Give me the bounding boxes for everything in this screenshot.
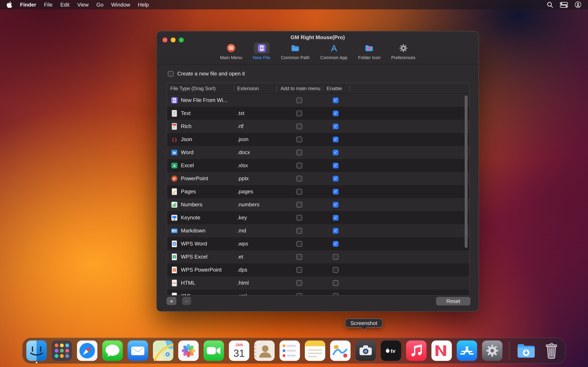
dock-item-mail[interactable]	[128, 341, 148, 361]
tab-common-path[interactable]: Common Path	[278, 42, 313, 60]
tab-preferences[interactable]: Preferences	[388, 42, 419, 60]
control-center-icon[interactable]	[560, 2, 568, 8]
enable-checkbox[interactable]	[333, 267, 338, 273]
menu-item-go[interactable]: Go	[96, 2, 104, 8]
dock-item-contacts[interactable]	[254, 341, 275, 361]
dock-item-finder[interactable]	[26, 341, 47, 361]
dock-item-facetime[interactable]	[204, 341, 224, 361]
dock-item-launchpad[interactable]	[52, 341, 72, 361]
enable-checkbox[interactable]	[333, 280, 338, 286]
dock-item-settings[interactable]	[482, 341, 502, 361]
file-type-name: WPS Excel	[181, 250, 208, 263]
dock-divider	[509, 341, 509, 360]
table-row[interactable]: Keynote.key✓	[167, 211, 469, 224]
add-to-main-menu-checkbox[interactable]	[296, 293, 302, 295]
add-to-main-menu-checkbox[interactable]	[296, 124, 302, 129]
tab-new-file[interactable]: New File	[250, 42, 274, 60]
add-to-main-menu-checkbox[interactable]	[296, 189, 302, 194]
col-file-type[interactable]: File Type (Drag Sort)	[170, 83, 216, 94]
enable-checkbox[interactable]: ✓	[333, 163, 338, 168]
table-row[interactable]: PWPS PowerPoint.dps	[167, 263, 469, 276]
enable-checkbox[interactable]: ✓	[333, 176, 338, 182]
add-to-main-menu-checkbox[interactable]	[296, 163, 302, 168]
add-to-main-menu-checkbox[interactable]	[296, 98, 302, 103]
table-row[interactable]: XExcel.xlsx✓	[167, 159, 469, 172]
scrollbar-thumb[interactable]	[465, 95, 467, 248]
search-icon[interactable]	[546, 1, 553, 8]
add-to-main-menu-checkbox[interactable]	[296, 215, 302, 221]
dock-item-news[interactable]	[432, 341, 452, 361]
enable-checkbox[interactable]: ✓	[333, 150, 338, 155]
dock-item-reminders[interactable]	[279, 341, 300, 361]
reset-button[interactable]: Reset	[436, 297, 470, 305]
add-to-main-menu-checkbox[interactable]	[296, 228, 302, 234]
dock-item-downloads[interactable]	[516, 341, 536, 361]
menu-item-window[interactable]: Window	[111, 2, 130, 8]
file-extension: .key	[237, 211, 247, 224]
enable-checkbox[interactable]: ✓	[333, 137, 338, 142]
enable-checkbox[interactable]	[333, 293, 338, 295]
menu-item-view[interactable]: View	[77, 2, 89, 8]
enable-checkbox[interactable]: ✓	[333, 202, 338, 208]
create-file-checkbox[interactable]	[168, 71, 173, 76]
menu-item-help[interactable]: Help	[138, 2, 149, 8]
tab-folder-icon[interactable]: Folder Icon	[355, 42, 384, 60]
tab-main-menu[interactable]: Main Menu	[217, 42, 245, 60]
table-row[interactable]: Markdown.md✓	[167, 224, 469, 237]
table-row[interactable]: XMLXML.xml	[167, 290, 469, 295]
table-row[interactable]: PPowerPoint.pptx✓	[167, 172, 469, 185]
table-row[interactable]: {.}Json.json✓	[167, 133, 469, 146]
add-to-main-menu-checkbox[interactable]	[296, 110, 302, 116]
dock-item-trash[interactable]	[541, 341, 562, 361]
dock-item-music[interactable]	[406, 341, 426, 361]
enable-checkbox[interactable]: ✓	[333, 124, 338, 129]
table-row[interactable]: </>HTML.html	[167, 276, 469, 290]
table-row[interactable]: Numbers.numbers✓	[167, 198, 469, 211]
enable-checkbox[interactable]: ✓	[333, 215, 338, 221]
enable-checkbox[interactable]: ✓	[333, 228, 338, 234]
col-add-to-main-menu[interactable]: Add to main menu	[281, 83, 320, 94]
dock-item-photos[interactable]	[178, 341, 199, 361]
table-row[interactable]: WWord.docx✓	[167, 146, 469, 159]
table-row[interactable]: New File From Wi...✓	[167, 94, 469, 107]
dock-item-messages[interactable]	[102, 341, 123, 361]
dock-item-appstore[interactable]	[457, 341, 477, 361]
table-row[interactable]: Text.txt✓	[167, 107, 469, 120]
dock-item-freeform[interactable]	[330, 341, 351, 361]
enable-checkbox[interactable]: ✓	[333, 189, 338, 194]
dock-item-calendar[interactable]: JAN31	[229, 341, 249, 361]
table-row[interactable]: Pages.pages✓	[167, 185, 469, 198]
table-row[interactable]: WWPS Word.wps✓	[167, 237, 469, 250]
add-to-main-menu-checkbox[interactable]	[296, 137, 302, 142]
menu-item-file[interactable]: File	[44, 2, 52, 8]
add-to-main-menu-checkbox[interactable]	[296, 267, 302, 273]
table-row[interactable]: Rich.rtf✓	[167, 120, 469, 133]
enable-checkbox[interactable]	[333, 254, 338, 260]
menu-app-name[interactable]: Finder	[20, 2, 36, 8]
table-row[interactable]: SWPS Excel.et	[167, 250, 469, 263]
dock-item-maps[interactable]	[153, 341, 173, 361]
dock-item-appletv[interactable]: tv	[381, 341, 401, 361]
add-to-main-menu-checkbox[interactable]	[296, 150, 302, 155]
remove-filetype-button[interactable]: −	[182, 297, 191, 305]
add-filetype-button[interactable]: +	[167, 297, 176, 305]
col-enable[interactable]: Enable	[327, 83, 342, 94]
enable-checkbox[interactable]: ✓	[333, 241, 338, 247]
file-type-name: WPS Word	[181, 237, 207, 250]
add-to-main-menu-checkbox[interactable]	[296, 254, 302, 260]
file-extension: .docx	[237, 146, 250, 159]
dock-item-notes[interactable]	[305, 341, 325, 361]
add-to-main-menu-checkbox[interactable]	[296, 241, 302, 247]
dock-item-safari[interactable]	[77, 341, 97, 361]
tab-common-app[interactable]: Common App	[317, 42, 351, 60]
add-to-main-menu-checkbox[interactable]	[296, 202, 302, 208]
add-to-main-menu-checkbox[interactable]	[296, 280, 302, 286]
add-to-main-menu-checkbox[interactable]	[296, 176, 302, 182]
dock-item-screenshot[interactable]	[355, 341, 376, 361]
enable-checkbox[interactable]: ✓	[333, 110, 338, 116]
col-extension[interactable]: Extension	[237, 83, 259, 94]
enable-checkbox[interactable]: ✓	[333, 98, 338, 103]
user-switch-icon[interactable]	[575, 1, 581, 8]
apple-menu-icon[interactable]	[7, 1, 12, 8]
menu-item-edit[interactable]: Edit	[60, 2, 69, 8]
